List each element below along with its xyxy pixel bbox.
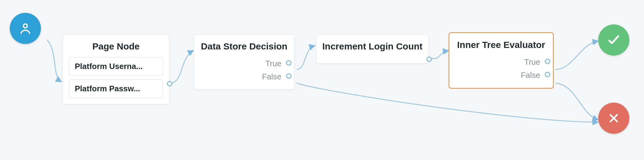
node-page[interactable]: Page Node Platform Userna... Platform Pa… [63, 34, 169, 104]
output-port-false[interactable] [286, 73, 291, 79]
edge-decision-true-to-increment [297, 46, 314, 70]
outcome-label: False [262, 72, 281, 81]
check-icon [606, 32, 621, 48]
node-increment-login-count[interactable]: Increment Login Count [316, 34, 429, 64]
terminal-success[interactable] [598, 24, 629, 56]
terminal-failure[interactable] [598, 103, 629, 134]
output-port-true[interactable] [545, 59, 550, 64]
node-title: Data Store Decision [200, 41, 288, 52]
outcome-true[interactable]: True [200, 57, 288, 70]
page-item-username[interactable]: Platform Userna... [69, 57, 163, 76]
output-port[interactable] [426, 56, 432, 62]
edge-start-to-page [47, 40, 61, 82]
close-icon [607, 111, 620, 125]
outcome-label: True [524, 57, 541, 67]
outcome-false[interactable]: False [200, 70, 288, 83]
output-port-true[interactable] [286, 60, 291, 66]
edge-decision-false-to-failure [297, 83, 598, 122]
node-inner-tree-evaluator[interactable]: Inner Tree Evaluator True False [449, 32, 554, 89]
page-item-password[interactable]: Platform Passw... [69, 79, 163, 98]
node-title: Inner Tree Evaluator [455, 40, 547, 50]
outcome-false[interactable]: False [455, 69, 547, 82]
outcome-label: False [521, 71, 540, 80]
output-port-false[interactable] [545, 72, 550, 77]
outcome-true[interactable]: True [455, 56, 547, 69]
node-title: Increment Login Count [322, 41, 422, 52]
outcome-label: True [266, 59, 282, 68]
node-title: Page Node [69, 41, 163, 52]
edge-inner-false-to-failure [555, 83, 598, 120]
start-node[interactable] [10, 13, 41, 44]
edge-increment-to-inner [431, 51, 448, 59]
svg-point-0 [24, 24, 27, 28]
edge-inner-true-to-success [555, 41, 598, 70]
edge-page-to-decision [171, 51, 193, 83]
user-icon [18, 21, 33, 36]
output-port[interactable] [167, 81, 172, 86]
node-data-store-decision[interactable]: Data Store Decision True False [194, 34, 295, 90]
